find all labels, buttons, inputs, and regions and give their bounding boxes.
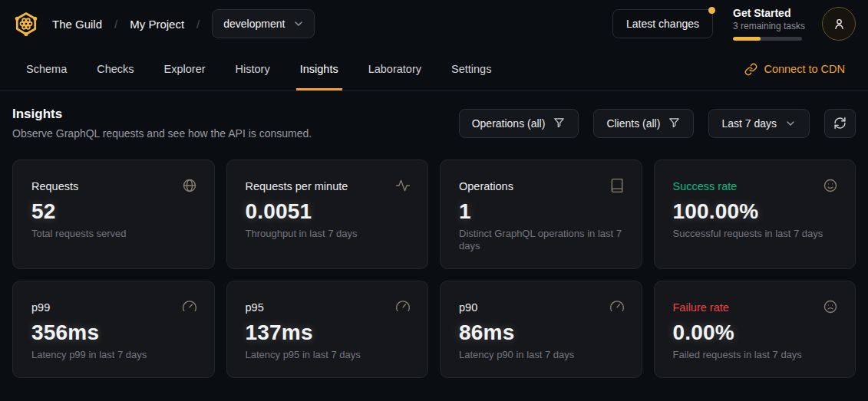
card-title: Failure rate [673, 301, 837, 314]
tab-checks[interactable]: Checks [93, 48, 137, 90]
activity-icon [395, 178, 411, 193]
stats-cards-grid: Requests 52 Total requests served Reques… [12, 159, 856, 378]
target-select-value: development [223, 18, 285, 30]
get-started-widget[interactable]: Get Started 3 remaining tasks [733, 7, 802, 41]
refresh-button[interactable] [824, 109, 856, 138]
card-value: 86ms [459, 320, 623, 345]
person-icon [832, 17, 847, 31]
frown-icon [823, 299, 838, 314]
stat-card-failure-rate: Failure rate 0.00% Failed requests in la… [654, 281, 856, 378]
card-value: 1 [459, 199, 623, 224]
get-started-remaining: 3 remaining tasks [733, 21, 802, 31]
tab-laboratory[interactable]: Laboratory [365, 48, 425, 90]
project-nav: Schema Checks Explorer History Insights … [0, 48, 868, 91]
stat-card-success-rate: Success rate 100.00% Successful requests… [654, 159, 856, 269]
clients-filter-label: Clients (all) [606, 117, 660, 130]
tab-insights[interactable]: Insights [296, 48, 342, 90]
target-select[interactable]: development [212, 9, 315, 38]
stat-card-requests: Requests 52 Total requests served [12, 159, 215, 269]
gauge-icon [182, 299, 197, 314]
app-header: The Guild / My Project / development Lat… [0, 0, 868, 48]
operations-filter-button[interactable]: Operations (all) [459, 109, 579, 138]
stat-card-requests-per-minute: Requests per minute 0.0051 Throughput in… [226, 159, 429, 269]
header-actions: Latest changes Get Started 3 remaining t… [612, 7, 856, 41]
gauge-icon [395, 299, 411, 314]
card-value: 52 [31, 199, 196, 224]
page-title: Insights [12, 107, 312, 122]
stat-card-p90: p90 86ms Latency p90 in last 7 days [440, 281, 642, 378]
card-value: 0.0051 [246, 199, 410, 224]
project-breadcrumb-link[interactable]: My Project [130, 18, 184, 31]
get-started-progress-fill [733, 37, 761, 41]
nav-tabs: Schema Checks Explorer History Insights … [0, 48, 517, 90]
book-icon [609, 178, 625, 193]
chevron-down-icon [292, 18, 305, 30]
globe-icon [182, 178, 197, 193]
card-title: Requests per minute [246, 180, 410, 192]
latest-changes-button[interactable]: Latest changes [612, 9, 713, 38]
page-heading: Insights Observe GraphQL requests and se… [12, 107, 312, 140]
latest-changes-label: Latest changes [626, 18, 699, 30]
stat-card-operations: Operations 1 Distinct GraphQL operations… [440, 159, 642, 269]
card-title: Requests [31, 180, 196, 192]
link-icon [744, 63, 757, 76]
card-caption: Latency p95 in last 7 days [246, 349, 410, 361]
notification-dot [708, 7, 715, 14]
chevron-down-icon [784, 117, 797, 130]
clients-filter-button[interactable]: Clients (all) [593, 109, 694, 138]
tab-schema[interactable]: Schema [22, 48, 71, 90]
card-caption: Latency p99 in last 7 days [31, 349, 196, 361]
filters-toolbar: Operations (all) Clients (all) Last 7 da… [459, 109, 856, 138]
card-value: 100.00% [673, 199, 837, 224]
hive-logo-icon[interactable] [12, 10, 40, 38]
user-avatar[interactable] [822, 7, 856, 41]
connect-to-cdn-link[interactable]: Connect to CDN [744, 48, 845, 90]
smile-icon [823, 178, 838, 193]
page-subtitle: Observe GraphQL requests and see how the… [12, 127, 312, 140]
stat-card-p95: p95 137ms Latency p95 in last 7 days [226, 281, 429, 378]
filter-icon [668, 117, 681, 130]
card-caption: Distinct GraphQL operations in last 7 da… [459, 228, 623, 253]
card-caption: Successful requests in last 7 days [673, 228, 837, 240]
tab-explorer[interactable]: Explorer [160, 48, 210, 90]
stat-card-p99: p99 356ms Latency p99 in last 7 days [12, 281, 215, 378]
connect-to-cdn-label: Connect to CDN [764, 63, 845, 75]
date-range-select[interactable]: Last 7 days [708, 109, 810, 138]
card-value: 137ms [246, 320, 410, 345]
date-range-value: Last 7 days [721, 117, 777, 130]
operations-filter-label: Operations (all) [472, 117, 546, 130]
card-title: p99 [31, 301, 196, 314]
gauge-icon [609, 299, 625, 314]
breadcrumb: The Guild / My Project / development [12, 9, 315, 38]
card-title: p90 [459, 301, 623, 314]
card-caption: Latency p90 in last 7 days [459, 349, 623, 361]
insights-page: Insights Observe GraphQL requests and se… [0, 91, 868, 378]
card-caption: Total requests served [31, 228, 196, 240]
get-started-title: Get Started [733, 7, 802, 19]
card-caption: Failed requests in last 7 days [673, 349, 837, 361]
card-value: 356ms [31, 320, 196, 345]
org-breadcrumb-link[interactable]: The Guild [52, 18, 102, 31]
tab-history[interactable]: History [232, 48, 274, 90]
get-started-progress-bar [733, 37, 802, 41]
card-title: Success rate [673, 180, 837, 192]
card-title: Operations [459, 180, 623, 192]
card-value: 0.00% [673, 320, 837, 345]
breadcrumb-separator: / [196, 18, 200, 31]
tab-settings[interactable]: Settings [447, 48, 495, 90]
card-title: p95 [246, 301, 410, 314]
refresh-icon [833, 117, 847, 130]
card-caption: Throughput in last 7 days [246, 228, 410, 240]
filter-icon [553, 117, 566, 130]
breadcrumb-separator: / [114, 18, 117, 31]
